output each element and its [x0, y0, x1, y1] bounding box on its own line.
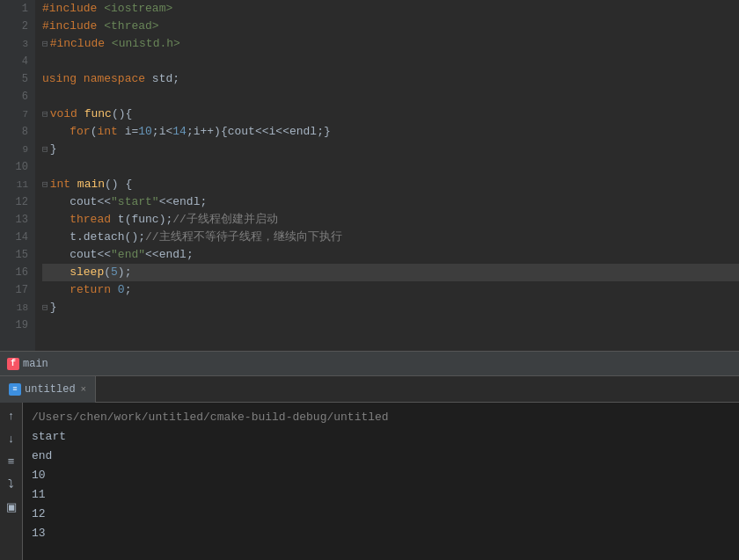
side-controls: ↑ ↓ ≡ ⤵ ▣ [0, 403, 23, 560]
scroll-down-button[interactable]: ↓ [3, 429, 20, 447]
editor-area: 123 4567 89 10▶11 12131415161718 19 #inc… [0, 0, 739, 375]
terminal-tab-icon: ≡ [9, 383, 21, 396]
terminal-tab-bar: ≡ untitled × [0, 376, 739, 403]
code-container[interactable]: 123 4567 89 10▶11 12131415161718 19 #inc… [0, 0, 739, 351]
terminal-tab-close[interactable]: × [81, 384, 87, 395]
func-label: main [23, 358, 48, 370]
terminal-icon-button[interactable]: ▣ [3, 498, 20, 515]
terminal-output[interactable]: /Users/chen/work/untitled/cmake-build-de… [23, 403, 739, 560]
filter-button[interactable]: ≡ [3, 452, 20, 469]
func-indicator: f main [7, 358, 48, 370]
code-content[interactable]: #include <iostream>#include <thread>⊟#in… [35, 0, 739, 351]
terminal-tab[interactable]: ≡ untitled × [0, 376, 96, 403]
status-bar: f main [0, 351, 739, 375]
func-badge: f [7, 358, 19, 370]
terminal-tab-label: untitled [25, 383, 76, 396]
wrap-button[interactable]: ⤵ [3, 475, 20, 492]
scroll-up-button[interactable]: ↑ [3, 406, 20, 424]
line-numbers: 123 4567 89 10▶11 12131415161718 19 [0, 0, 35, 351]
terminal-area: ≡ untitled × ↑ ↓ ≡ ⤵ ▣ /Users/chen/work/… [0, 375, 739, 560]
terminal-content: ↑ ↓ ≡ ⤵ ▣ /Users/chen/work/untitled/cmak… [0, 403, 739, 560]
